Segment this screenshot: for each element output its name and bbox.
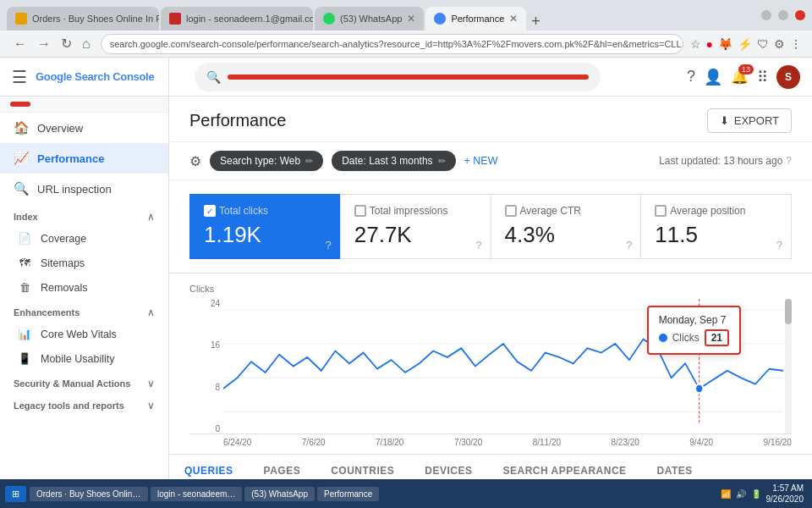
browser-tab-4[interactable]: Performance ✕ [425, 7, 526, 30]
sidebar-item-coverage[interactable]: 📄 Coverage [0, 226, 168, 251]
new-tab-button[interactable]: + [528, 13, 544, 30]
user-management-icon[interactable]: 👤 [704, 68, 722, 86]
tab-close-3[interactable]: ✕ [407, 13, 415, 25]
chart-container: 24 16 8 0 Monday, Sep 7 Clicks 21 [189, 299, 792, 434]
total-clicks-checkbox[interactable]: ✓ [204, 205, 216, 217]
metric-total-clicks[interactable]: ✓ Total clicks 1.19K ? [189, 194, 340, 259]
sidebar-item-performance[interactable]: 📈 Performance [0, 143, 168, 174]
property-bar[interactable] [0, 97, 168, 113]
taskbar-item-4[interactable]: Performance [317, 487, 379, 501]
browser-tab-3[interactable]: (53) WhatsApp ✕ [315, 7, 424, 30]
add-filter-button[interactable]: + NEW [464, 155, 498, 167]
metric-average-position[interactable]: Average position 11.5 ? [640, 194, 792, 259]
url-bar[interactable]: search.google.com/search-console/perform… [101, 34, 683, 54]
tab-label-4: Performance [451, 14, 504, 24]
index-section-header[interactable]: Index ∧ [0, 204, 168, 226]
legacy-chevron-icon[interactable]: ∨ [147, 400, 155, 411]
bookmark-icon[interactable]: ☆ [690, 37, 701, 51]
sidebar-item-removals-label: Removals [41, 282, 88, 294]
apps-icon[interactable]: ⠿ [757, 68, 768, 86]
last-updated-help-icon[interactable]: ? [786, 155, 792, 167]
tab-favicon-3 [323, 13, 335, 25]
windows-icon: ⊞ [12, 489, 19, 500]
filter-icon[interactable]: ⚙ [189, 153, 201, 169]
taskbar-item-1[interactable]: Orders · Buy Shoes Online In Pa… [30, 487, 148, 501]
main-content: 🔍 ? 👤 🔔 13 ⠿ S Performance ⬇ EXPORT [169, 58, 812, 508]
close-button[interactable] [795, 10, 805, 20]
index-chevron-icon[interactable]: ∧ [147, 211, 155, 223]
x-label-2: 7/6/20 [302, 438, 326, 447]
sidebar-item-mobile-usability[interactable]: 📱 Mobile Usability [0, 346, 168, 371]
x-label-1: 6/24/20 [223, 438, 251, 447]
help-icon[interactable]: ? [687, 68, 695, 86]
sidebar-item-core-web-vitals[interactable]: 📊 Core Web Vitals [0, 322, 168, 346]
metric-total-impressions[interactable]: Total impressions 27.7K ? [340, 194, 491, 259]
security-chevron-icon[interactable]: ∨ [147, 378, 155, 389]
home-button[interactable]: ⌂ [79, 35, 94, 53]
sidebar-item-overview-label: Overview [37, 122, 83, 135]
address-bar: ← → ↻ ⌂ search.google.com/search-console… [0, 30, 812, 58]
sidebar-item-core-web-vitals-label: Core Web Vitals [41, 329, 117, 340]
enhancements-section-header[interactable]: Enhancements ∧ [0, 300, 168, 322]
taskbar-start-button[interactable]: ⊞ [5, 486, 26, 502]
search-input[interactable] [228, 75, 589, 80]
total-clicks-help-icon[interactable]: ? [326, 239, 332, 251]
taskbar: ⊞ Orders · Buy Shoes Online In Pa… login… [0, 479, 812, 508]
hamburger-icon[interactable]: ☰ [12, 67, 27, 87]
tab-label-2: login - seonadeem.1@gmail.com -… [186, 14, 313, 24]
sidebar-item-overview[interactable]: 🏠 Overview [0, 113, 168, 143]
reload-button[interactable]: ↻ [58, 34, 75, 53]
security-section-header[interactable]: Security & Manual Actions ∨ [0, 371, 168, 393]
total-impressions-help-icon[interactable]: ? [475, 239, 481, 251]
search-type-filter[interactable]: Search type: Web ✏ [210, 151, 323, 171]
taskbar-item-2[interactable]: login - seonadeem… [151, 487, 242, 501]
x-label-4: 7/30/20 [454, 438, 482, 447]
chart-scroll-thumb[interactable] [785, 299, 792, 324]
enhancements-chevron-icon[interactable]: ∧ [147, 306, 155, 318]
date-filter[interactable]: Date: Last 3 months ✏ [332, 151, 455, 171]
total-impressions-checkbox[interactable] [354, 205, 366, 217]
export-label: EXPORT [734, 114, 779, 127]
browser-tab-2[interactable]: login - seonadeem.1@gmail.com -… ✕ [161, 7, 313, 30]
sidebar-item-removals[interactable]: 🗑 Removals [0, 275, 168, 300]
search-bar[interactable]: 🔍 [195, 63, 601, 91]
ext-icon-3[interactable]: 🛡 [757, 37, 769, 51]
search-icon: 🔍 [206, 70, 221, 84]
average-ctr-checkbox[interactable] [505, 205, 517, 217]
tab-favicon-1 [15, 13, 27, 25]
average-ctr-help-icon[interactable]: ? [626, 239, 632, 251]
url-text: search.google.com/search-console/perform… [110, 39, 683, 49]
last-updated: Last updated: 13 hours ago ? [659, 155, 792, 167]
minimize-button[interactable] [761, 10, 771, 20]
avatar[interactable]: S [776, 65, 800, 89]
browser-tab-1[interactable]: Orders · Buy Shoes Online In Pa… ✕ [7, 7, 159, 30]
chart-scrollbar[interactable] [785, 299, 792, 433]
notification-bell[interactable]: 🔔 13 [731, 68, 749, 86]
sidebar-item-sitemaps[interactable]: 🗺 Sitemaps [0, 251, 168, 275]
metric-average-ctr[interactable]: Average CTR 4.3% ? [491, 194, 641, 259]
date-label: Date: Last 3 months [342, 155, 432, 167]
tooltip-row: Clicks 21 [659, 329, 729, 346]
taskbar-item-3[interactable]: (53) WhatsApp [244, 487, 315, 501]
forward-button[interactable]: → [34, 35, 54, 53]
security-section-title: Security & Manual Actions [14, 378, 130, 389]
average-position-value: 11.5 [655, 222, 777, 248]
tab-close-4[interactable]: ✕ [509, 13, 518, 25]
legacy-section-header[interactable]: Legacy tools and reports ∨ [0, 393, 168, 415]
maximize-button[interactable] [778, 10, 788, 20]
pinterest-icon[interactable]: ● [706, 37, 713, 51]
ext-icon-1[interactable]: 🦊 [718, 37, 732, 51]
average-position-help-icon[interactable]: ? [776, 239, 782, 251]
sidebar-item-url-inspection[interactable]: 🔍 URL inspection [0, 174, 168, 204]
total-clicks-label: Total clicks [219, 205, 268, 217]
ext-icon-2[interactable]: ⚡ [738, 37, 752, 51]
export-button[interactable]: ⬇ EXPORT [707, 108, 792, 133]
average-position-checkbox[interactable] [655, 205, 667, 217]
x-label-5: 8/11/20 [533, 438, 561, 447]
date-edit-icon: ✏ [438, 156, 446, 167]
x-label-6: 8/23/20 [612, 438, 639, 447]
menu-icon[interactable]: ⋮ [790, 37, 802, 51]
ext-icon-4[interactable]: ⚙ [774, 37, 785, 51]
back-button[interactable]: ← [10, 35, 30, 53]
taskbar-volume-icon: 🔊 [736, 489, 746, 499]
